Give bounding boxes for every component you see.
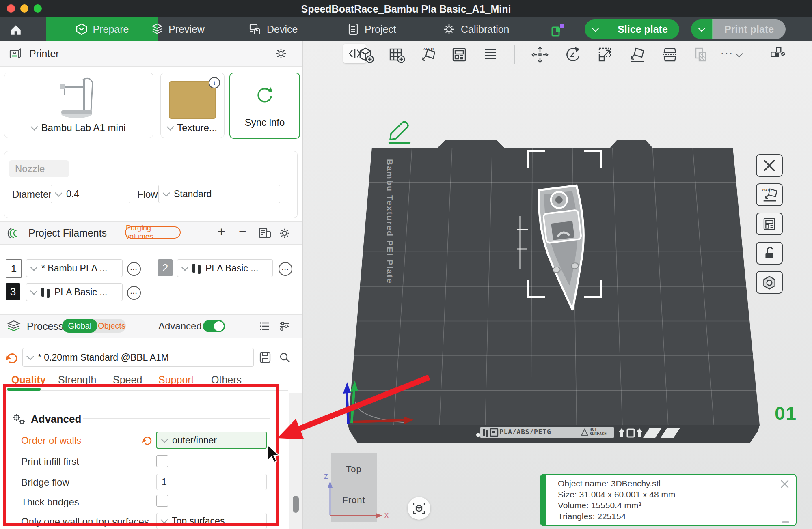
- reset-preset-icon[interactable]: [5, 350, 19, 366]
- process-section-header: Process Global Objects Advanced: [0, 314, 302, 338]
- bridge-flow-input[interactable]: [156, 474, 267, 490]
- process-icon: [6, 320, 21, 333]
- tab-strength[interactable]: Strength: [58, 374, 97, 386]
- remove-filament-button[interactable]: −: [239, 224, 246, 239]
- object-triangles-line: Triangles: 225154: [558, 512, 626, 521]
- process-preset-dropdown[interactable]: * 0.20mm Standard @BBL A1M: [22, 348, 254, 367]
- lock-plate-button[interactable]: [756, 242, 783, 264]
- tab-prepare[interactable]: Prepare: [46, 17, 158, 41]
- sync-info-label: Sync info: [245, 117, 285, 128]
- device-icon: [248, 23, 261, 36]
- printer-settings-gear-icon[interactable]: [274, 47, 287, 62]
- tab-calibration[interactable]: Calibration: [443, 17, 510, 41]
- surface-label: SURFACE: [590, 432, 607, 436]
- move-button[interactable]: [531, 45, 549, 64]
- only-one-wall-dropdown[interactable]: Top surfaces: [156, 513, 267, 529]
- object-volume-line: Volume: 15550.4 mm³: [558, 501, 641, 510]
- param-label-print-infill-first: Print infill first: [21, 456, 79, 467]
- filaments-section-title: Project Filaments: [28, 227, 107, 239]
- tab-project[interactable]: Project: [347, 17, 396, 41]
- plate-info-icon[interactable]: i: [209, 77, 220, 88]
- nozzle-flow-dropdown[interactable]: Standard: [158, 185, 280, 203]
- tab-quality[interactable]: Quality: [11, 374, 46, 386]
- add-object-button[interactable]: [356, 45, 375, 64]
- filament-3-more-button[interactable]: ···: [127, 286, 141, 300]
- add-filament-button[interactable]: +: [218, 224, 225, 239]
- filament-2-dropdown[interactable]: PLA Basic ...: [177, 259, 273, 277]
- order-of-walls-dropdown[interactable]: outer/inner: [156, 432, 267, 449]
- scene-cube-icon: [413, 502, 425, 514]
- tab-speed[interactable]: Speed: [113, 374, 142, 386]
- save-preset-icon[interactable]: [259, 351, 271, 365]
- cut-button[interactable]: [661, 45, 679, 64]
- plate-type-card[interactable]: i Texture...: [160, 73, 225, 138]
- printer-model-card[interactable]: Bambu Lab A1 mini: [4, 73, 153, 138]
- tab-device[interactable]: Device: [248, 17, 298, 41]
- split-objects-button[interactable]: [481, 45, 500, 64]
- filament-1-dropdown[interactable]: * Bambu PLA ...: [26, 259, 123, 277]
- tab-others[interactable]: Others: [211, 374, 242, 386]
- advanced-toggle-label: Advanced: [158, 320, 202, 332]
- auto-orient-button[interactable]: AUTO: [419, 45, 437, 64]
- scene-navigation-button[interactable]: [408, 497, 430, 520]
- slice-plate-dropdown[interactable]: [585, 19, 606, 39]
- print-plate-dropdown[interactable]: [691, 19, 713, 39]
- lay-on-face-button[interactable]: [628, 45, 647, 64]
- search-preset-icon[interactable]: [279, 351, 291, 365]
- printables-icon[interactable]: [551, 23, 565, 39]
- axis-z-label: z: [324, 471, 328, 481]
- filament-2-more-button[interactable]: ···: [279, 262, 292, 276]
- axis-x-label: x: [384, 510, 389, 520]
- tab-preview[interactable]: Preview: [151, 17, 205, 41]
- filament-1-more-button[interactable]: ···: [127, 262, 141, 276]
- toggle-global[interactable]: Global: [62, 319, 97, 333]
- printer-section-title: Printer: [29, 48, 59, 60]
- param-label-bridge-flow: Bridge flow: [21, 477, 69, 488]
- nozzle-diameter-dropdown[interactable]: 0.4: [51, 185, 130, 203]
- more-tools-button[interactable]: ···: [716, 45, 746, 64]
- printer-model-image: [48, 75, 109, 122]
- scene-3d: [302, 41, 812, 529]
- print-infill-first-checkbox[interactable]: [156, 455, 168, 467]
- thick-bridges-checkbox[interactable]: [156, 495, 168, 507]
- filament-3-dropdown[interactable]: PLA Basic ...: [26, 283, 123, 301]
- param-label-order-of-walls: Order of walls: [21, 435, 81, 446]
- scale-button[interactable]: [596, 45, 614, 64]
- slice-plate-button[interactable]: Slice plate: [606, 19, 679, 39]
- advanced-toggle-switch[interactable]: [203, 320, 225, 332]
- filament-slot-2-badge: 2: [158, 259, 173, 276]
- cube-axes: [317, 467, 406, 527]
- arrange-plate-button[interactable]: [756, 213, 783, 235]
- printer-section-header: Printer: [0, 41, 302, 67]
- print-plate-button[interactable]: Print plate: [713, 19, 786, 39]
- object-info-collapse-icon[interactable]: [782, 521, 789, 523]
- toolbar-divider: [514, 45, 515, 64]
- tab-support[interactable]: Support: [158, 374, 194, 386]
- filament-sync-list-icon[interactable]: [258, 227, 271, 241]
- add-plate-button[interactable]: [387, 45, 406, 64]
- print-plate-split-button: Print plate: [691, 19, 786, 39]
- title-bar: SpeedBoatRace_Bambu Pla Basic_A1_Mini: [0, 0, 812, 17]
- arrange-button[interactable]: [450, 45, 469, 64]
- parameter-list-icon[interactable]: [259, 320, 270, 333]
- variable-layer-height-button[interactable]: [691, 45, 710, 64]
- undo-order-of-walls-icon[interactable]: [141, 433, 153, 448]
- toggle-objects[interactable]: Objects: [97, 319, 126, 333]
- process-preset-value: * 0.20mm Standard @BBL A1M: [38, 352, 169, 363]
- sidebar-scroll-handle[interactable]: [293, 496, 299, 513]
- auto-orient-plate-button[interactable]: AUTO: [756, 183, 783, 206]
- object-info-close-icon[interactable]: [780, 479, 790, 489]
- nozzle-tab[interactable]: Nozzle: [9, 160, 69, 177]
- delete-all-button[interactable]: [756, 154, 783, 177]
- parameter-filter-icon[interactable]: [279, 320, 290, 333]
- assembly-view-button[interactable]: [768, 44, 787, 62]
- sync-info-button[interactable]: Sync info: [229, 73, 300, 139]
- diameter-label: Diameter: [12, 189, 52, 200]
- rotate-button[interactable]: [563, 45, 582, 64]
- purging-volumes-badge[interactable]: Purging volumes: [125, 226, 181, 239]
- edit-plate-name-icon[interactable]: [389, 122, 410, 143]
- home-icon[interactable]: [9, 23, 23, 38]
- filament-1-name: * Bambu PLA ...: [41, 263, 107, 274]
- plate-settings-button[interactable]: [756, 271, 783, 294]
- filament-settings-gear-icon[interactable]: [279, 227, 291, 241]
